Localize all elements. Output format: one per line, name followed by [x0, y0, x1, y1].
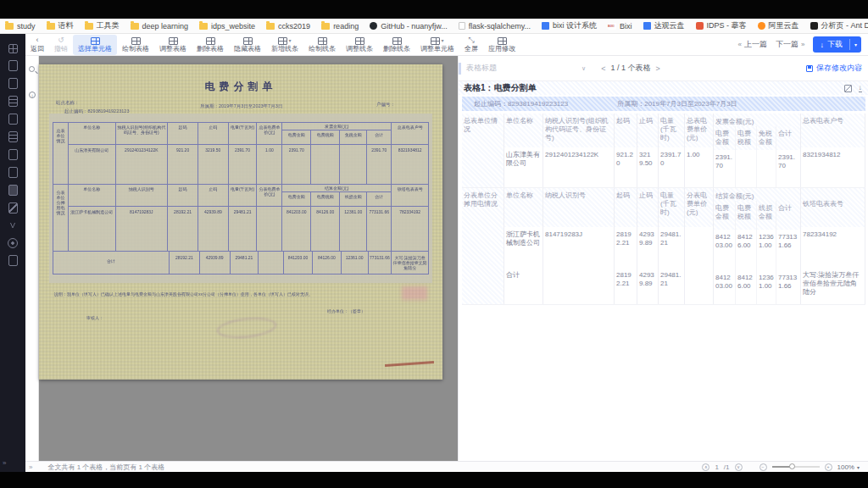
zoom-slider-knob[interactable] — [789, 463, 795, 469]
zoom-level-select[interactable]: 100%▾ — [837, 463, 860, 471]
cell[interactable]: 2912401234122K — [543, 147, 614, 185]
bookmark-item[interactable]: flask-sqlalchemy... — [459, 22, 531, 30]
cell[interactable]: 814719283J — [543, 227, 614, 268]
page-up-icon[interactable]: ∧ — [702, 463, 709, 471]
document-viewport[interactable]: i 电费分割单 站点名称： 起止编码：8293819419223123 所属期：… — [25, 56, 458, 461]
download-icon[interactable]: ↓ — [859, 84, 863, 92]
tool-add-line[interactable]: ▾新增线条 — [266, 35, 303, 55]
bookmark-item[interactable]: deep learning — [131, 22, 189, 30]
cell[interactable]: 8321934812 — [801, 147, 865, 185]
cell[interactable]: 12361.00 — [757, 270, 776, 304]
cell[interactable] — [685, 227, 713, 268]
tool-adjust-cell[interactable]: ▾调整单元格 — [415, 35, 459, 55]
cell[interactable]: 12361.00 — [757, 230, 776, 270]
bookmark-item[interactable]: 达观云盘 — [643, 20, 685, 31]
cell[interactable] — [543, 268, 614, 302]
info-icon[interactable]: i — [29, 92, 36, 98]
back-button[interactable]: ‹返回 — [25, 35, 49, 55]
cell[interactable]: 28192.21 — [615, 268, 637, 302]
tool-adjust-table[interactable]: 调整表格 — [154, 35, 192, 55]
tool-hide-table[interactable]: 隐藏表格 — [229, 35, 266, 55]
cell[interactable]: 29481.21 — [659, 268, 684, 302]
doc-cell: 773131.66 — [367, 207, 391, 251]
tool-apply-changes[interactable]: 应用修改 — [483, 35, 520, 55]
cell[interactable]: 29481.21 — [659, 227, 684, 268]
cell[interactable]: 浙江萨卡机械制造公司 — [504, 227, 542, 268]
bookmark-item[interactable]: idps_website — [199, 22, 255, 30]
cell[interactable]: 1.00 — [685, 147, 713, 185]
cell[interactable]: 山东津美有限公司 — [504, 147, 542, 185]
cell[interactable] — [757, 150, 776, 187]
tool-fullscreen[interactable]: ⤡全屏 — [459, 35, 483, 55]
cell[interactable]: 42939.89 — [637, 268, 658, 302]
magnifier-icon[interactable] — [29, 66, 35, 72]
tool-delete-line[interactable]: 删除线条 — [378, 35, 415, 55]
chevron-down-icon[interactable]: ∨ — [581, 65, 586, 72]
cell[interactable]: 2391.70 — [776, 150, 800, 187]
cell[interactable]: 782334192 — [801, 227, 865, 268]
bookmark-item[interactable]: 语料 — [47, 20, 74, 31]
cell[interactable]: 841203.00 — [714, 230, 735, 270]
prev-doc-button[interactable]: «上一篇 — [738, 39, 767, 50]
cell[interactable]: 3219.50 — [637, 147, 658, 185]
next-doc-button[interactable]: 下一篇» — [776, 39, 804, 50]
cell[interactable]: 84126.00 — [736, 270, 756, 304]
tool-draw-line[interactable]: 绘制线条 — [303, 35, 341, 55]
doc-box-icon[interactable] — [8, 131, 18, 142]
cell[interactable]: 921.20 — [615, 147, 637, 185]
zoom-out-icon[interactable]: − — [760, 463, 767, 471]
scanned-document[interactable]: 电费分割单 站点名称： 起止编码：8293819419223123 所属期：20… — [39, 64, 442, 380]
edit-icon[interactable] — [844, 85, 852, 92]
cell[interactable]: 841203.00 — [714, 270, 735, 304]
table-icon[interactable] — [8, 96, 18, 107]
bookmark-item[interactable]: study — [5, 22, 36, 30]
doc-icon[interactable] — [8, 149, 18, 160]
zoom-in-icon[interactable]: + — [825, 463, 832, 471]
sidebar-expand-icon[interactable]: » — [3, 459, 6, 467]
download-button[interactable]: ↓下载 — [813, 36, 849, 53]
doc-icon[interactable] — [8, 114, 18, 125]
cell[interactable]: 42939.89 — [637, 227, 658, 268]
cell[interactable]: 大写:柒拾柒万叁仟壹佰叁拾壹元陆角陆分 — [801, 268, 865, 302]
cell[interactable] — [685, 268, 713, 302]
cell[interactable]: 84126.00 — [736, 230, 756, 270]
bookmark-item[interactable]: Bixi — [608, 22, 632, 30]
zoom-slider[interactable] — [772, 466, 820, 468]
page-down-icon[interactable]: ∨ — [735, 463, 743, 471]
bookmark-item[interactable]: 工具类 — [85, 20, 120, 31]
next-table-icon[interactable]: > — [655, 64, 659, 73]
bookmark-item[interactable]: IDPS - 摹客 — [696, 20, 747, 31]
doc-icon[interactable] — [8, 167, 18, 178]
cell[interactable]: 28192.21 — [615, 227, 637, 268]
undo-button[interactable]: ↺撤销 — [49, 35, 73, 55]
cell[interactable]: 合计 — [504, 268, 542, 302]
download-dropdown-button[interactable]: ▾ — [849, 39, 861, 50]
cell[interactable]: 773131.66 — [776, 230, 800, 270]
save-changes-button[interactable]: 保存修改内容 — [806, 63, 862, 74]
cell[interactable]: 2391.70 — [659, 147, 684, 185]
box-icon[interactable] — [8, 255, 18, 266]
bookmark-item[interactable]: GitHub - nuanyfjw... — [370, 22, 448, 30]
gear-icon[interactable] — [8, 238, 18, 248]
bookmark-item[interactable]: ccks2019 — [266, 22, 310, 30]
bookmark-item[interactable]: 阿里云盘 — [758, 20, 799, 31]
tool-delete-table[interactable]: 删除表格 — [192, 35, 229, 55]
doc-icon[interactable] — [8, 60, 18, 71]
cell[interactable] — [736, 150, 756, 187]
grid-icon[interactable] — [8, 44, 18, 53]
collapse-icon[interactable]: » — [29, 463, 32, 471]
prev-table-icon[interactable]: < — [601, 64, 605, 73]
tool-draw-table[interactable]: 绘制表格 — [117, 35, 154, 55]
tool-adjust-line[interactable]: 调整线条 — [341, 35, 378, 55]
doc-filled-icon[interactable] — [8, 185, 18, 196]
bookmark-item[interactable]: bixi 设计系统 — [542, 20, 597, 31]
edit-icon[interactable] — [8, 202, 18, 214]
bookmark-item[interactable]: reading — [321, 22, 359, 30]
v-icon[interactable]: V — [8, 220, 18, 231]
bookmark-item[interactable]: 分析页 - Ant Desig... — [810, 20, 868, 31]
cell[interactable]: 2391.70 — [714, 150, 735, 187]
cell[interactable]: 773131.66 — [776, 270, 800, 304]
doc-icon[interactable] — [8, 78, 18, 89]
tool-select-cell[interactable]: 选择单元格 — [73, 35, 117, 55]
viewer-tools-strip: i — [25, 56, 39, 461]
